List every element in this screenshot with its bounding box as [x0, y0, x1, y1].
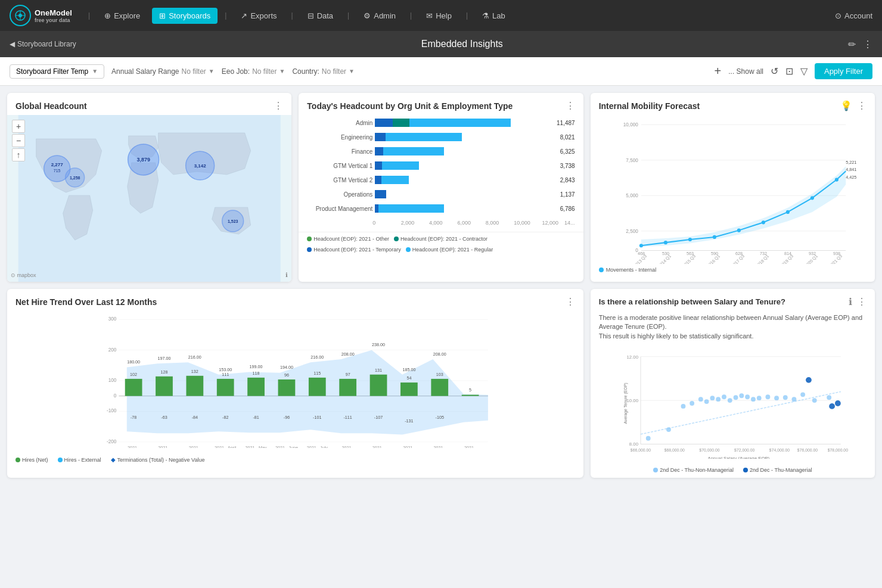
map-reset[interactable]: ↑ [12, 148, 25, 161]
net-hire-panel: Net Hire Trend Over Last 12 Months ⋮ 300… [7, 289, 583, 478]
salary-panel-icons: ℹ ⋮ [849, 296, 867, 307]
svg-text:200: 200 [108, 347, 117, 353]
table-row: Engineering 8,021 [307, 132, 574, 142]
mobility-lightbulb-icon[interactable]: 💡 [840, 100, 852, 111]
world-map-svg: 2,277 715 1,258 3,879 3,142 1,523 [7, 115, 291, 282]
legend-item: 2nd Dec - Thu-Non-Managerial [653, 467, 734, 473]
explore-icon: ⊕ [104, 11, 111, 20]
apply-filter-button[interactable]: Apply Filter [815, 63, 872, 79]
svg-point-33 [810, 196, 814, 200]
nethire-panel-menu[interactable]: ⋮ [566, 296, 575, 307]
nav-item-help[interactable]: ✉ Help [419, 8, 459, 24]
map-zoom-in[interactable]: + [12, 120, 25, 133]
svg-point-166 [829, 403, 835, 409]
map-panel-menu[interactable]: ⋮ [274, 100, 283, 111]
svg-text:197.00: 197.00 [157, 356, 170, 361]
svg-text:54: 54 [406, 375, 411, 381]
hc-x-axis: 0 2,000 4,000 6,000 8,000 10,000 12,000 … [372, 217, 574, 226]
salary-tenure-panel: Is there a relationship between Salary a… [591, 289, 875, 478]
country-filter[interactable]: Country: No filter ▼ [292, 67, 355, 76]
svg-text:2021 - April: 2021 - April [215, 445, 237, 448]
mobility-panel-icons: 💡 ⋮ [840, 100, 867, 111]
salary-chart: 12.00 10.00 8.00 Average Tenure (EOP) [591, 346, 875, 465]
annual-salary-filter[interactable]: Annual Salary Range No filter ▼ [111, 67, 215, 76]
table-row: Admin 11,487 [307, 117, 574, 128]
filter-actions: + ... Show all ↺ ⊡ ▽ Apply Filter [715, 63, 872, 79]
svg-text:2021 -: 2021 - [434, 445, 446, 448]
svg-text:2021 -: 2021 - [189, 445, 201, 448]
salary-info-icon[interactable]: ℹ [849, 296, 852, 307]
save-filter-icon[interactable]: ⊡ [785, 66, 793, 77]
breadcrumb-bar: ◀ Storyboard Library Embedded Insights ✏… [0, 31, 882, 57]
nav-item-explore[interactable]: ⊕ Explore [97, 8, 147, 24]
salary-svg: 12.00 10.00 8.00 Average Tenure (EOP) [599, 348, 867, 459]
nethire-svg: 300 200 100 0 -100 -200 [15, 313, 575, 448]
filter-template-dropdown[interactable]: Storyboard Filter Temp ▼ [10, 64, 104, 79]
eeo-job-filter[interactable]: Eeo Job: No filter ▼ [222, 67, 285, 76]
more-options-icon[interactable]: ⋮ [863, 39, 872, 50]
svg-text:-111: -111 [343, 415, 352, 420]
map-zoom-out[interactable]: − [12, 134, 25, 147]
map-info-icon: ℹ [285, 272, 288, 278]
svg-text:7,500: 7,500 [626, 158, 638, 163]
legend-item: Headcount (EOP): 2021 - Temporary [307, 247, 400, 253]
legend-item: Headcount (EOP): 2021 - Contractor [394, 236, 487, 242]
edit-icon[interactable]: ✏ [848, 39, 856, 50]
svg-text:$78,000.00: $78,000.00 [827, 448, 847, 452]
nav-item-admin[interactable]: ⚙ Admin [356, 8, 403, 24]
salary-panel-menu[interactable]: ⋮ [857, 296, 867, 307]
back-button[interactable]: ◀ Storyboard Library [10, 40, 76, 48]
svg-text:5: 5 [469, 387, 471, 393]
nethire-legend: Hires (Net) Hires - External ◆ Terminati… [7, 454, 583, 468]
nav-item-storyboards[interactable]: ⊞ Storyboards [152, 8, 218, 24]
nav-divider-2: | [222, 11, 229, 20]
logo[interactable]: OneModel free your data [10, 5, 81, 26]
nav-divider-4: | [345, 11, 352, 20]
headcount-by-org-panel: Today's Headcount by Org Unit & Employme… [299, 93, 583, 282]
mobility-panel-menu[interactable]: ⋮ [857, 100, 867, 111]
salary-description: There is a moderate positive linear rela… [591, 311, 875, 346]
legend-item: Hires - External [58, 456, 101, 463]
svg-rect-78 [431, 379, 448, 396]
storyboards-icon: ⊞ [159, 11, 166, 20]
filter-options-icon[interactable]: ▽ [800, 66, 808, 77]
show-all-button[interactable]: ... Show all [728, 67, 763, 76]
reset-filter-icon[interactable]: ↺ [771, 66, 778, 77]
logo-name: OneModel [35, 8, 72, 17]
svg-text:-107: -107 [374, 415, 383, 420]
nav-item-exports[interactable]: ↗ Exports [234, 8, 284, 24]
svg-point-147 [704, 399, 709, 404]
nethire-panel-title: Net Hire Trend Over Last 12 Months [15, 297, 157, 307]
annual-salary-chevron: ▼ [209, 68, 215, 74]
svg-point-29 [713, 235, 716, 239]
svg-rect-68 [125, 379, 142, 396]
legend-item: Headcount (EOP): 2021 - Regular [406, 247, 493, 253]
svg-rect-71 [217, 379, 234, 396]
svg-point-27 [664, 241, 667, 244]
svg-text:4,425: 4,425 [846, 175, 856, 180]
nav-item-data[interactable]: ⊟ Data [300, 8, 340, 24]
svg-text:-63: -63 [161, 415, 167, 420]
svg-rect-70 [186, 376, 203, 396]
map-controls: + − ↑ [12, 120, 25, 161]
account-button[interactable]: ⊙ Account [835, 11, 872, 20]
svg-text:2,277: 2,277 [51, 162, 64, 167]
headcount-panel-header: Today's Headcount by Org Unit & Employme… [299, 93, 583, 115]
filter-bar: Storyboard Filter Temp ▼ Annual Salary R… [0, 57, 882, 86]
svg-text:10.00: 10.00 [626, 398, 638, 403]
svg-text:2021 -: 2021 - [403, 445, 415, 448]
svg-point-149 [716, 397, 720, 402]
svg-point-159 [783, 395, 788, 400]
nav-divider-3: | [289, 11, 296, 20]
svg-text:$68,000.00: $68,000.00 [664, 448, 684, 452]
mobility-panel-title: Internal Mobility Forecast [599, 101, 700, 111]
nav-item-lab[interactable]: ⚗ Lab [475, 8, 513, 24]
svg-text:-96: -96 [284, 415, 290, 420]
svg-rect-76 [370, 375, 387, 396]
svg-text:2021 - May: 2021 - May [246, 445, 267, 448]
headcount-panel-menu[interactable]: ⋮ [566, 100, 575, 111]
top-navigation: OneModel free your data | ⊕ Explore ⊞ St… [0, 0, 882, 31]
eeo-job-chevron: ▼ [279, 68, 285, 74]
svg-point-152 [733, 395, 738, 400]
add-filter-button[interactable]: + [715, 64, 722, 78]
